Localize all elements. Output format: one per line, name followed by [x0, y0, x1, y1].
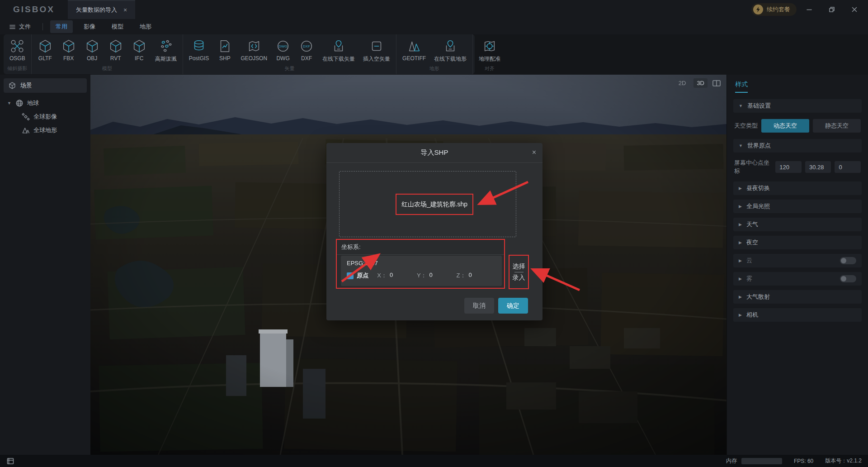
screen-center-row: 屏幕中心点坐标 120 30.28 0 [734, 159, 861, 175]
sky-static-button[interactable]: 静态天空 [813, 119, 861, 133]
toolbar-item-insert-empty-vector[interactable]: 插入空矢量 [359, 38, 394, 65]
mode-3d-button[interactable]: 3D [693, 78, 708, 88]
viewport-controls: 2D 3D [675, 78, 721, 88]
toolbar-item-gltf[interactable]: GLTF [33, 38, 57, 65]
ribbon-tab-imagery[interactable]: 影像 [78, 20, 101, 33]
toolbar-item-postgis[interactable]: PostGIS [185, 38, 213, 65]
toolbar-item-dwg[interactable]: DWG DWG [271, 38, 295, 65]
fog-toggle[interactable] [840, 275, 856, 282]
hamburger-icon [9, 24, 16, 30]
caret-down-icon[interactable]: ▼ [7, 101, 12, 105]
tab-style[interactable]: 样式 [735, 81, 748, 93]
section-day-night[interactable]: ▶ 昼夜切换 [733, 181, 862, 195]
gisbox-app: GISBOX 矢量数据的导入 × 续约套餐 文件 常用 影像 模型 地形 [0, 0, 868, 467]
cancel-button[interactable]: 取消 [464, 298, 494, 314]
toolbar-item-rvt[interactable]: RVT [104, 38, 127, 65]
toolbar-item-gaussian-splat[interactable]: 高斯泼溅 [151, 38, 181, 65]
terrain-icon [22, 126, 30, 134]
scene-header[interactable]: 场景 [4, 78, 87, 93]
center-x-input[interactable]: 120 [775, 161, 802, 173]
minimize-button[interactable] [799, 2, 819, 17]
drone-icon [9, 38, 25, 54]
select-button[interactable]: 选择 [513, 262, 525, 271]
console-icon[interactable] [6, 457, 14, 465]
status-right: 内存 FPS: 60 版本号：v2.1.2 [726, 457, 862, 465]
split-view-icon[interactable] [712, 79, 721, 87]
dialog-title: 导入SHP [326, 143, 542, 163]
confirm-button[interactable]: 确定 [498, 298, 528, 314]
memory-label: 内存 [726, 457, 737, 465]
toolbar-item-ifc[interactable]: IFC [127, 38, 151, 65]
splat-icon [158, 38, 174, 54]
toolbar-wrap: OSGB 倾斜摄影 GLTF FBX [0, 34, 868, 75]
sky-type-row: 天空类型 动态天空 静态天空 [734, 119, 861, 133]
ribbon-tab-common[interactable]: 常用 [50, 20, 73, 33]
version-value: 版本号：v2.1.2 [825, 457, 862, 465]
section-camera[interactable]: ▶ 相机 [733, 308, 862, 322]
section-cloud[interactable]: ▶ 云 [733, 254, 862, 267]
cube-icon [85, 38, 100, 54]
origin-label: 原点 [357, 272, 377, 280]
toolbar-item-shp[interactable]: SHP [213, 38, 236, 65]
toolbar-item-download-vector[interactable]: 在线下载矢量 [318, 38, 359, 65]
document-tab[interactable]: 矢量数据的导入 × [68, 0, 135, 19]
statusbar: 内存 FPS: 60 版本号：v2.1.2 [0, 455, 868, 467]
ribbon-tab-model[interactable]: 模型 [106, 20, 129, 33]
maximize-button[interactable] [822, 2, 842, 17]
imagery-icon [22, 113, 30, 121]
section-fog[interactable]: ▶ 雾 [733, 272, 862, 286]
map-code-icon [246, 38, 262, 54]
cube-icon [132, 38, 147, 54]
toolbar-item-osgb[interactable]: OSGB [5, 38, 29, 65]
caret-right-icon: ▶ [739, 313, 742, 317]
scene-tree: ▼ 地球 全球影像 全球地形 [4, 96, 87, 137]
section-weather[interactable]: ▶ 天气 [733, 218, 862, 231]
section-atmosphere[interactable]: ▶ 大气散射 [733, 290, 862, 304]
tree-item-global-terrain[interactable]: 全球地形 [4, 124, 87, 137]
toolbar-group-model: GLTF FBX OBJ RVT [31, 34, 183, 74]
section-basic-settings[interactable]: ▼ 基础设置 [733, 99, 862, 113]
close-button[interactable] [844, 2, 864, 17]
toolbar-item-geotiff[interactable]: GEOTIFF [398, 38, 430, 65]
dialog-close-icon[interactable]: × [532, 148, 536, 157]
toolbar-item-obj[interactable]: OBJ [80, 38, 104, 65]
epsg-value: EPSG:3857 [347, 260, 496, 267]
tree-item-earth[interactable]: ▼ 地球 [4, 96, 87, 110]
toolbar-item-georeference[interactable]: 地理配准 [475, 38, 505, 65]
caret-right-icon: ▶ [739, 240, 742, 245]
toolbar-item-download-terrain[interactable]: 在线下载地形 [430, 38, 471, 65]
y-field: Y：0 [417, 272, 457, 280]
toolbar-group-terrain: GEOTIFF 在线下载地形 地形 [396, 34, 472, 74]
center-y-input[interactable]: 30.28 [805, 161, 831, 173]
section-world-origin[interactable]: ▼ 世界原点 [733, 139, 862, 152]
caret-right-icon: ▶ [739, 276, 742, 281]
center-z-input[interactable]: 0 [835, 161, 861, 173]
coordinate-system-annotated-box: 坐标系: EPSG:3857 ✓ 原点 X：0 Y：0 Z：0 [336, 239, 505, 289]
cloud-toggle[interactable] [840, 257, 856, 264]
ribbon-tab-terrain[interactable]: 地形 [134, 20, 157, 33]
caret-right-icon: ▶ [739, 222, 742, 227]
section-night-sky[interactable]: ▶ 夜空 [733, 236, 862, 249]
renew-plan-button[interactable]: 续约套餐 [751, 3, 797, 16]
mode-2d-button[interactable]: 2D [675, 78, 689, 88]
sky-dynamic-button[interactable]: 动态天空 [761, 119, 809, 133]
file-menu[interactable]: 文件 [0, 23, 38, 31]
fps-value: FPS: 60 [794, 458, 813, 464]
entry-button[interactable]: 录入 [513, 274, 525, 282]
square-minus-icon [369, 38, 384, 54]
select-entry-divider [514, 272, 524, 272]
origin-checkbox[interactable]: ✓ [347, 272, 354, 279]
file-menu-label: 文件 [19, 23, 31, 31]
cube-icon [61, 38, 76, 54]
toolbar-item-dxf[interactable]: DXF DXF [295, 38, 318, 65]
section-global-lighting[interactable]: ▶ 全局光照 [733, 200, 862, 213]
tree-item-global-imagery[interactable]: 全球影像 [4, 110, 87, 124]
titlebar-right: 续约套餐 [751, 0, 868, 19]
toolbar-group-label: 矢量 [185, 65, 394, 73]
toolbar-group-label: 模型 [33, 65, 181, 73]
screen-center-label: 屏幕中心点坐标 [734, 159, 772, 175]
dxf-circle-icon: DXF [299, 38, 314, 54]
tab-close-icon[interactable]: × [123, 6, 127, 14]
toolbar-item-fbx[interactable]: FBX [57, 38, 80, 65]
toolbar-item-geojson[interactable]: GEOJSON [236, 38, 271, 65]
